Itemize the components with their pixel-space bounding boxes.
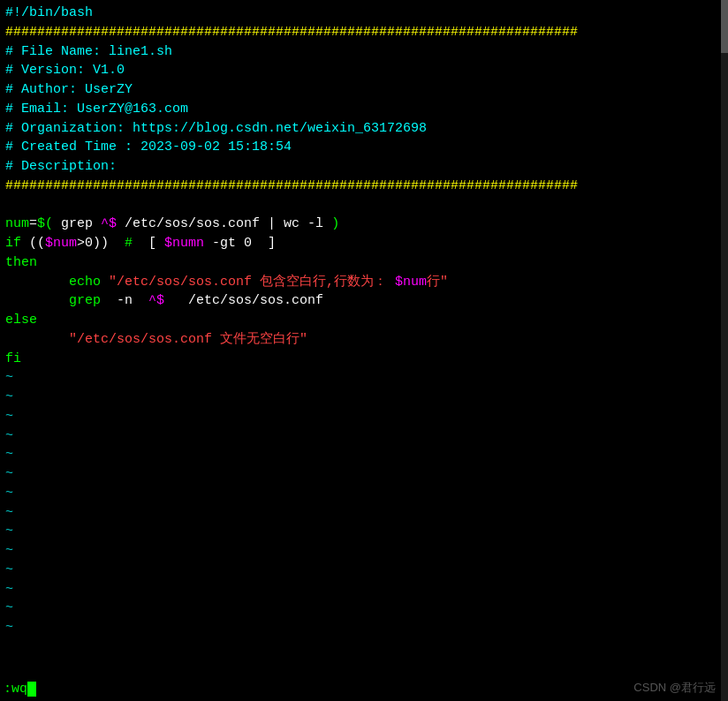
scrollbar[interactable]	[721, 0, 728, 701]
tilde-3: ~	[5, 407, 723, 426]
tilde-4: ~	[5, 426, 723, 446]
tilde-11: ~	[5, 561, 723, 580]
tilde-12: ~	[5, 580, 723, 599]
line-shebang: #!/bin/bash	[5, 4, 723, 23]
line-num-assign: num=$( grep ^$ /etc/sos/sos.conf | wc -l…	[5, 215, 723, 234]
line-fi: fi	[5, 350, 723, 369]
line-then: then	[5, 253, 723, 273]
line-hash-2: ########################################…	[5, 177, 723, 196]
tilde-6: ~	[5, 464, 723, 484]
tilde-5: ~	[5, 445, 723, 464]
command-bar: :wq	[0, 676, 728, 701]
line-if: if (($num>0)) # [ $numn -gt 0 ]	[5, 234, 723, 253]
line-desc: # Description:	[5, 157, 723, 177]
line-blank	[5, 196, 723, 215]
line-author: # Author: UserZY	[5, 80, 723, 100]
line-created: # Created Time : 2023-09-02 15:18:54	[5, 138, 723, 157]
tilde-10: ~	[5, 541, 723, 561]
line-grep: grep -n ^$ /etc/sos/sos.conf	[5, 291, 723, 311]
line-org: # Organization: https://blog.csdn.net/we…	[5, 119, 723, 139]
line-echo: echo "/etc/sos/sos.conf 包含空白行,行数为： $num行…	[5, 273, 723, 292]
line-else: else	[5, 311, 723, 330]
csdn-watermark: CSDN @君行远	[633, 680, 716, 696]
line-filename: # File Name: line1.sh	[5, 42, 723, 62]
tilde-7: ~	[5, 484, 723, 503]
line-hash-1: ########################################…	[5, 23, 723, 42]
line-version: # Version: V1.0	[5, 61, 723, 80]
tilde-8: ~	[5, 503, 723, 523]
tilde-14: ~	[5, 618, 723, 637]
command-input[interactable]: :wq	[0, 682, 36, 697]
line-else-str: "/etc/sos/sos.conf 文件无空白行"	[5, 330, 723, 350]
line-email: # Email: UserZY@163.com	[5, 100, 723, 119]
tilde-13: ~	[5, 599, 723, 618]
tilde-2: ~	[5, 388, 723, 407]
tilde-1: ~	[5, 368, 723, 388]
tilde-9: ~	[5, 522, 723, 541]
scrollbar-thumb[interactable]	[721, 0, 728, 53]
terminal: #!/bin/bash ############################…	[0, 0, 728, 701]
cursor	[27, 682, 36, 697]
